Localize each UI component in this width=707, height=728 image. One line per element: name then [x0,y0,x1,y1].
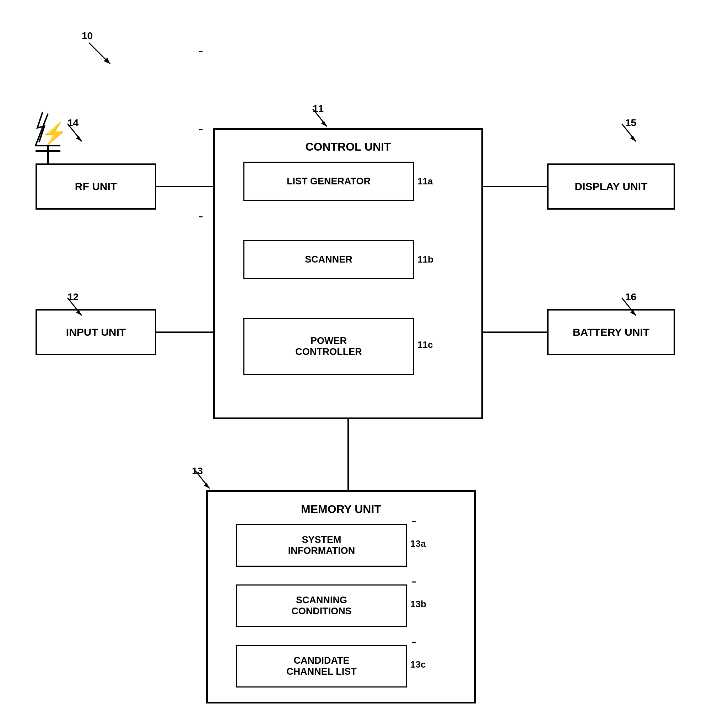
control-unit-title: CONTROL UNIT [215,140,481,153]
ref-16-arrow [615,294,643,323]
list-generator-block: LIST GENERATOR [243,162,414,201]
svg-marker-19 [76,136,82,142]
ref-11-arrow [306,105,334,134]
ref-11a-label: 11a [417,176,433,187]
rf-unit-block: RF UNIT [36,163,156,209]
ref-10-arrow [78,32,121,75]
ref-12-arrow [61,294,89,323]
ref-13c-label: 13c [410,659,426,670]
svg-marker-27 [321,121,327,127]
svg-marker-21 [630,136,636,142]
memory-unit-outer: MEMORY UNIT SYSTEM INFORMATION 13a SCANN… [206,490,476,703]
input-unit-block: INPUT UNIT [36,309,156,355]
ref-15-arrow [615,120,643,149]
power-controller-block: POWER CONTROLLER [243,318,414,375]
svg-marker-25 [630,310,636,315]
ref-11c-label: 11c [417,339,433,350]
svg-marker-29 [204,483,210,488]
ref-13-arrow [188,467,217,495]
ref-11b-label: 11b [417,254,433,265]
scanner-block: SCANNER [243,240,414,279]
scanning-conditions-block: SCANNING CONDITIONS [236,585,407,627]
display-unit-block: DISPLAY UNIT [547,163,675,209]
memory-unit-title: MEMORY UNIT [208,503,474,516]
antenna-symbol [32,110,64,153]
control-unit-outer: CONTROL UNIT LIST GENERATOR 11a SCANNER … [213,128,483,419]
system-information-block: SYSTEM INFORMATION [236,524,407,567]
battery-unit-block: BATTERY UNIT [547,309,675,355]
ref-13b-label: 13b [410,599,426,610]
diagram: 10 ⚡ 14 RF UNIT 12 INPUT UNIT 15 DISPLAY… [0,0,707,728]
ref-14-arrow [61,120,89,149]
candidate-channel-list-block: CANDIDATE CHANNEL LIST [236,645,407,688]
ref-13a-label: 13a [410,538,426,549]
svg-marker-23 [76,310,82,315]
